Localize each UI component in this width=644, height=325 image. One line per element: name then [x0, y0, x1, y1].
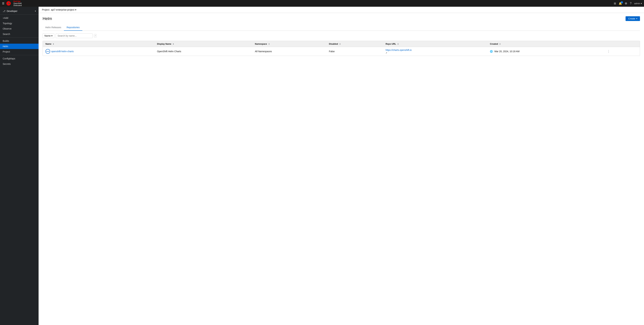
- create-button-label: Create: [628, 17, 635, 20]
- external-link-icon: ↗: [386, 52, 387, 54]
- sidebar-item-builds[interactable]: Builds: [0, 38, 38, 44]
- main-content: Helm Create ▾ Helm Releases Repositories…: [38, 13, 644, 325]
- admin-label: admin: [634, 2, 640, 5]
- search-shortcut-slash: /: [94, 34, 96, 38]
- sidebar-item-project-label: Project: [3, 50, 10, 53]
- column-repo-url-label: Repo URL: [386, 43, 396, 45]
- sidebar-item-topology[interactable]: Topology: [0, 21, 38, 26]
- tab-repositories-label: Repositories: [66, 26, 80, 29]
- project-dropdown-arrow-icon: ▾: [75, 9, 76, 11]
- sidebar: ⎇ Developer ▾ +Add Topology Observe Sear…: [0, 7, 38, 325]
- tab-repositories[interactable]: Repositories: [64, 24, 82, 31]
- hamburger-menu-icon[interactable]: ☰: [2, 2, 4, 5]
- column-namespace-sort-icon[interactable]: ⇕: [268, 43, 270, 45]
- column-display-name: Display Name ⇕: [154, 41, 252, 47]
- column-repo-url-sort-icon[interactable]: ⇕: [397, 43, 399, 45]
- sidebar-item-add[interactable]: +Add: [0, 15, 38, 21]
- sidebar-item-topology-label: Topology: [3, 22, 12, 25]
- tab-helm-releases-label: Helm Releases: [45, 26, 61, 29]
- sidebar-item-helm[interactable]: Helm: [0, 44, 38, 49]
- cell-name: HCR openshift-helm-charts: [43, 47, 154, 56]
- perspective-chevron-icon: ▾: [35, 10, 36, 12]
- notification-badge: 1: [621, 1, 623, 4]
- column-namespace-label: Namespace: [255, 43, 267, 45]
- admin-chevron-icon: ▾: [641, 2, 642, 5]
- column-name-sort-icon[interactable]: ⇕: [53, 43, 54, 45]
- perspective-label: Developer: [7, 10, 34, 13]
- row-actions-button[interactable]: ⋮: [606, 49, 612, 54]
- column-disabled-sort-icon[interactable]: ⇕: [339, 43, 340, 45]
- column-repo-url: Repo URL ⇕: [383, 41, 487, 47]
- sidebar-divider-3: [0, 55, 38, 55]
- repo-name-link[interactable]: openshift-helm-charts: [51, 50, 74, 53]
- column-created-sort-icon[interactable]: ⇕: [499, 43, 500, 45]
- column-created-label: Created: [490, 43, 498, 45]
- page-header: Helm Create ▾: [42, 16, 640, 21]
- nav-right: ⊞ 🔔 1 ⊕ ? admin ▾: [614, 2, 642, 5]
- sidebar-item-observe[interactable]: Observe: [0, 26, 38, 31]
- brand-line1: Red Hat: [14, 0, 22, 2]
- sidebar-item-configmaps[interactable]: ConfigMaps: [0, 56, 38, 61]
- main-layout: ⎇ Developer ▾ +Add Topology Observe Sear…: [0, 7, 644, 325]
- sidebar-item-project[interactable]: Project: [0, 49, 38, 54]
- sidebar-item-search[interactable]: Search: [0, 31, 38, 37]
- apps-grid-icon[interactable]: ⊞: [614, 2, 616, 5]
- sidebar-perspective-section: ⎇ Developer ▾ +Add Topology Observe Sear…: [0, 7, 38, 68]
- tab-helm-releases[interactable]: Helm Releases: [42, 24, 64, 31]
- project-label: Project:: [42, 9, 50, 11]
- created-globe-icon: 🌐: [490, 50, 493, 53]
- project-name: api7-enterprise-project: [51, 9, 74, 11]
- column-display-name-label: Display Name: [157, 43, 171, 45]
- column-display-name-sort-icon[interactable]: ⇕: [172, 43, 174, 45]
- sidebar-item-secrets-label: Secrets: [3, 63, 10, 65]
- filter-type-arrow-icon: ▾: [51, 35, 52, 37]
- project-bar: Project: api7-enterprise-project ▾: [38, 7, 644, 13]
- table-header-row: Name ⇕ Display Name ⇕ Namespace ⇕: [43, 41, 640, 47]
- table-body: HCR openshift-helm-charts OpenShift Helm…: [43, 47, 640, 56]
- brand-line2: OpenShift: [14, 2, 22, 4]
- nav-left: ☰ 🎩 Red Hat OpenShift Dedicated: [2, 0, 22, 6]
- filter-type-label: Name: [44, 35, 51, 37]
- redhat-hat-icon: 🎩: [8, 2, 10, 5]
- sidebar-item-configmaps-label: ConfigMaps: [3, 57, 15, 60]
- cell-created: 🌐 Mar 20, 2024, 10:18 AM: [487, 47, 603, 56]
- page-title: Helm: [42, 16, 52, 21]
- brand-name: Red Hat OpenShift Dedicated: [14, 0, 22, 6]
- table-row: HCR openshift-helm-charts OpenShift Helm…: [43, 47, 640, 56]
- column-name-label: Name: [46, 43, 51, 45]
- brand-line3: Dedicated: [14, 4, 22, 6]
- cell-disabled: False: [326, 47, 383, 56]
- table: Name ⇕ Display Name ⇕ Namespace ⇕: [43, 41, 640, 56]
- sidebar-item-builds-label: Builds: [3, 40, 9, 42]
- sidebar-item-search-label: Search: [3, 33, 10, 36]
- perspective-switcher[interactable]: ⎇ Developer ▾: [0, 9, 38, 14]
- notifications-bell-icon[interactable]: 🔔 1: [619, 2, 622, 5]
- sidebar-item-observe-label: Observe: [3, 27, 12, 30]
- filter-type-dropdown[interactable]: Name ▾: [42, 34, 54, 38]
- create-button-arrow-icon: ▾: [636, 18, 637, 20]
- add-circle-icon[interactable]: ⊕: [625, 2, 627, 5]
- tab-bar: Helm Releases Repositories: [42, 24, 640, 31]
- search-input[interactable]: [56, 34, 92, 38]
- table-header: Name ⇕ Display Name ⇕ Namespace ⇕: [43, 41, 640, 47]
- name-cell: HCR openshift-helm-charts: [46, 49, 152, 54]
- project-dropdown[interactable]: api7-enterprise-project ▾: [51, 9, 76, 11]
- cell-repo-url: https://charts.openshift.io ↗: [383, 47, 487, 56]
- repo-url-link[interactable]: https://charts.openshift.io: [386, 49, 484, 51]
- admin-menu[interactable]: admin ▾: [634, 2, 642, 5]
- column-namespace: Namespace ⇕: [252, 41, 326, 47]
- top-navbar: ☰ 🎩 Red Hat OpenShift Dedicated ⊞ 🔔 1 ⊕ …: [0, 0, 644, 7]
- column-name: Name ⇕: [43, 41, 154, 47]
- filter-bar: Name ▾ /: [42, 34, 640, 38]
- content-area: Project: api7-enterprise-project ▾ Helm …: [38, 7, 644, 325]
- sidebar-item-secrets[interactable]: Secrets: [0, 61, 38, 67]
- help-circle-icon[interactable]: ?: [630, 2, 632, 5]
- hcr-badge: HCR: [46, 49, 50, 54]
- developer-perspective-icon: ⎇: [3, 10, 5, 13]
- redhat-circle-icon: 🎩: [6, 1, 11, 6]
- created-date: Mar 20, 2024, 10:18 AM: [494, 50, 520, 53]
- column-created: Created ⇕: [487, 41, 603, 47]
- cell-actions: ⋮: [603, 47, 640, 56]
- create-button[interactable]: Create ▾: [626, 16, 640, 21]
- brand-logo: 🎩 Red Hat OpenShift Dedicated: [6, 0, 22, 6]
